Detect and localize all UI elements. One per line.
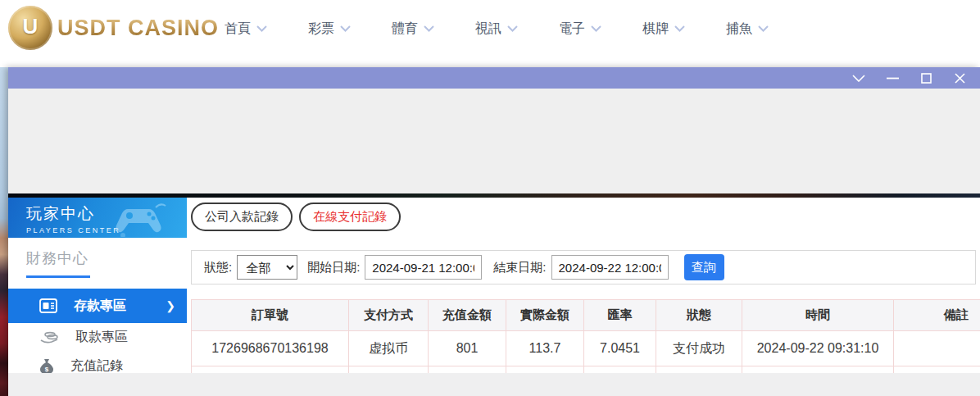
col-time: 時間 (742, 300, 894, 331)
records-table: 訂單號 支付方式 充值金額 實際金額 匯率 狀態 時間 備註 (191, 299, 980, 373)
chevron-right-icon: ❯ (166, 299, 175, 312)
maximize-icon[interactable] (915, 71, 937, 85)
cell-payment-method: 虚拟币 (349, 331, 429, 366)
nav-label: 電子 (559, 20, 585, 38)
close-icon[interactable] (949, 71, 970, 85)
cell-recharge-amount: 801 (429, 331, 506, 366)
col-recharge-amount: 充值金額 (429, 300, 506, 331)
nav-item-sports[interactable]: 體育 (392, 20, 434, 38)
col-actual-amount: 實際金額 (506, 300, 584, 331)
main-nav: 首頁 彩票 體育 視訊 電子 棋牌 (225, 0, 769, 57)
gamepad-icon (113, 201, 174, 237)
svg-text:$: $ (45, 366, 49, 373)
start-date-label: 開始日期: (307, 260, 360, 275)
nav-label: 捕魚 (726, 20, 752, 38)
sidebar-menu: 存款專區 ❯ 取款專區 (8, 289, 187, 380)
sidebar-item-label: 存款專區 (74, 298, 126, 315)
nav-item-home[interactable]: 首頁 (225, 20, 267, 38)
page: U USDT CASINO 首頁 彩票 體育 視訊 電子 (0, 0, 980, 396)
col-order-number: 訂單號 (192, 300, 349, 331)
collapse-icon[interactable] (848, 71, 869, 85)
player-center-window: 玩家中心 PLAYERS CENTER 財務中心 (8, 67, 980, 396)
start-date-input[interactable] (365, 255, 482, 280)
player-center-sidebar: 玩家中心 PLAYERS CENTER 財務中心 (8, 198, 187, 373)
section-title-finance: 財務中心 (26, 248, 187, 268)
nav-item-video[interactable]: 視訊 (475, 20, 518, 38)
logo-text: USDT CASINO (57, 16, 219, 41)
table-header-row: 訂單號 支付方式 充值金額 實際金額 匯率 狀態 時間 備註 (192, 300, 980, 331)
cell-status: 支付成功 (656, 331, 742, 366)
chevron-down-icon (591, 25, 601, 32)
minimize-icon[interactable] (882, 71, 903, 85)
deposit-icon (39, 298, 57, 313)
nav-item-electronic[interactable]: 電子 (559, 20, 601, 38)
status-select[interactable]: 全部 (237, 255, 297, 280)
chevron-down-icon (424, 25, 434, 32)
sidebar-item-label: 取款專區 (75, 329, 128, 346)
col-remark: 備註 (894, 300, 980, 331)
cell-remark (894, 331, 980, 366)
cell-time: 2024-09-22 09:31:10 (742, 331, 894, 366)
nav-label: 視訊 (475, 20, 501, 38)
chevron-down-icon (758, 25, 769, 32)
end-date-label: 結束日期: (493, 260, 546, 275)
logo-emblem-icon: U (8, 6, 52, 50)
nav-item-lottery[interactable]: 彩票 (308, 20, 351, 38)
nav-label: 棋牌 (642, 20, 669, 38)
money-bag-icon: $ (39, 358, 54, 375)
col-exchange-rate: 匯率 (584, 300, 656, 331)
window-empty-area (8, 89, 980, 193)
end-date-input[interactable] (551, 255, 669, 280)
status-label: 狀態: (204, 260, 232, 275)
records-panel: 公司入款記錄 在線支付記錄 狀態: 全部 開始日期: 結束日期: 查詢 (187, 198, 980, 373)
nav-label: 彩票 (308, 20, 334, 38)
table-row-partial (192, 366, 980, 374)
cell-actual-amount: 113.7 (506, 331, 584, 366)
table-row: 1726968670136198 虚拟币 801 113.7 7.0451 支付… (192, 331, 980, 366)
nav-item-fishing[interactable]: 捕魚 (726, 20, 769, 38)
window-titlebar (8, 67, 980, 89)
filter-bar: 狀態: 全部 開始日期: 結束日期: 查詢 (191, 250, 976, 284)
record-tabs: 公司入款記錄 在線支付記錄 (191, 203, 401, 231)
records-table-wrap: 訂單號 支付方式 充值金額 實際金額 匯率 狀態 時間 備註 (191, 299, 980, 373)
cell-exchange-rate: 7.0451 (584, 331, 656, 366)
withdraw-icon (39, 330, 59, 344)
tab-company-deposit-records[interactable]: 公司入款記錄 (191, 203, 293, 231)
sidebar-item-label: 充值記錄 (70, 357, 123, 375)
nav-item-chess[interactable]: 棋牌 (642, 20, 685, 38)
site-logo[interactable]: U USDT CASINO (8, 6, 219, 50)
sidebar-item-withdraw[interactable]: 取款專區 (8, 323, 187, 352)
window-footer (8, 373, 980, 396)
nav-label: 首頁 (225, 20, 251, 38)
search-button[interactable]: 查詢 (684, 254, 724, 280)
chevron-down-icon (340, 25, 351, 32)
cell-order-number: 1726968670136198 (192, 331, 349, 366)
col-status: 狀態 (656, 300, 742, 331)
logo-letter: U (23, 14, 39, 39)
nav-label: 體育 (392, 20, 418, 38)
col-payment-method: 支付方式 (349, 300, 429, 331)
top-navbar: U USDT CASINO 首頁 彩票 體育 視訊 電子 (0, 0, 980, 57)
sidebar-item-deposit[interactable]: 存款專區 ❯ (8, 289, 187, 323)
chevron-down-icon (256, 25, 267, 32)
section-underline (26, 275, 90, 278)
sidebar-header: 玩家中心 PLAYERS CENTER (8, 198, 187, 238)
chevron-down-icon (674, 25, 685, 32)
tab-online-payment-records[interactable]: 在線支付記錄 (299, 203, 401, 231)
chevron-down-icon (507, 25, 518, 32)
